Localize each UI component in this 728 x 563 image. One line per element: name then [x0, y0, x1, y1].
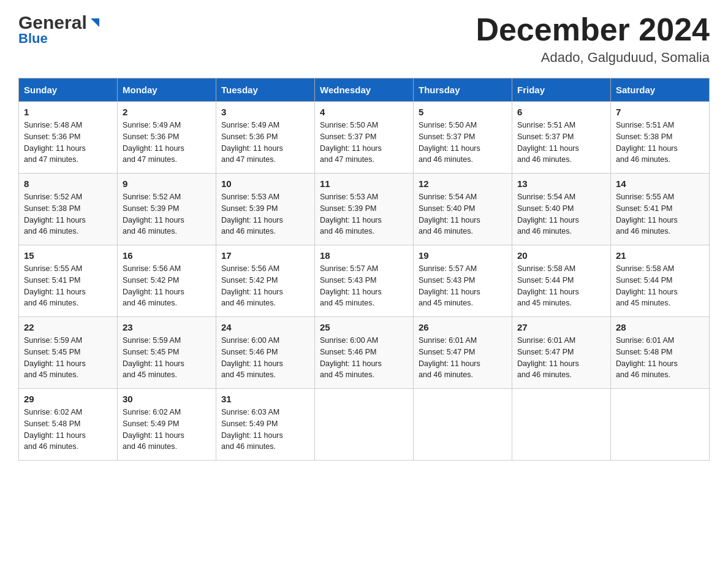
day-number: 11: [320, 178, 408, 189]
calendar-cell: 7 Sunrise: 5:51 AMSunset: 5:38 PMDayligh…: [611, 102, 710, 174]
day-number: 28: [616, 322, 704, 332]
calendar-cell: 3 Sunrise: 5:49 AMSunset: 5:36 PMDayligh…: [216, 102, 315, 174]
day-number: 1: [24, 107, 112, 117]
day-number: 20: [517, 250, 605, 261]
day-info: Sunrise: 5:50 AMSunset: 5:37 PMDaylight:…: [320, 121, 382, 164]
calendar-cell: 19 Sunrise: 5:57 AMSunset: 5:43 PMDaylig…: [414, 245, 512, 317]
day-info: Sunrise: 5:55 AMSunset: 5:41 PMDaylight:…: [616, 193, 678, 236]
calendar-week-row: 8 Sunrise: 5:52 AMSunset: 5:38 PMDayligh…: [19, 174, 710, 245]
day-number: 6: [517, 107, 605, 117]
day-info: Sunrise: 6:01 AMSunset: 5:47 PMDaylight:…: [419, 336, 480, 379]
day-number: 4: [320, 107, 408, 117]
header-monday: Monday: [118, 79, 216, 102]
day-info: Sunrise: 5:52 AMSunset: 5:38 PMDaylight:…: [24, 193, 86, 236]
calendar-table: Sunday Monday Tuesday Wednesday Thursday…: [18, 78, 710, 461]
day-number: 2: [123, 107, 211, 117]
calendar-cell: 18 Sunrise: 5:57 AMSunset: 5:43 PMDaylig…: [315, 245, 414, 317]
calendar-cell: 25 Sunrise: 6:00 AMSunset: 5:46 PMDaylig…: [315, 317, 414, 389]
day-info: Sunrise: 5:54 AMSunset: 5:40 PMDaylight:…: [517, 193, 579, 236]
day-number: 17: [221, 250, 309, 261]
day-info: Sunrise: 6:01 AMSunset: 5:47 PMDaylight:…: [517, 336, 579, 379]
day-number: 31: [221, 394, 309, 404]
day-info: Sunrise: 5:58 AMSunset: 5:44 PMDaylight:…: [517, 264, 579, 307]
day-number: 3: [221, 107, 309, 117]
title-block: December 2024 Adado, Galguduud, Somalia: [476, 12, 710, 66]
calendar-cell: 30 Sunrise: 6:02 AMSunset: 5:49 PMDaylig…: [118, 389, 216, 461]
calendar-cell: 20 Sunrise: 5:58 AMSunset: 5:44 PMDaylig…: [512, 245, 611, 317]
day-number: 16: [123, 250, 211, 261]
calendar-cell: [512, 389, 611, 461]
calendar-cell: 11 Sunrise: 5:53 AMSunset: 5:39 PMDaylig…: [315, 174, 414, 245]
day-info: Sunrise: 5:48 AMSunset: 5:36 PMDaylight:…: [24, 121, 86, 164]
day-info: Sunrise: 6:00 AMSunset: 5:46 PMDaylight:…: [221, 336, 283, 379]
calendar-cell: 17 Sunrise: 5:56 AMSunset: 5:42 PMDaylig…: [216, 245, 315, 317]
day-info: Sunrise: 5:49 AMSunset: 5:36 PMDaylight:…: [123, 121, 184, 164]
calendar-cell: 5 Sunrise: 5:50 AMSunset: 5:37 PMDayligh…: [414, 102, 512, 174]
day-number: 5: [419, 107, 507, 117]
calendar-week-row: 29 Sunrise: 6:02 AMSunset: 5:48 PMDaylig…: [19, 389, 710, 461]
day-number: 14: [616, 178, 704, 189]
day-info: Sunrise: 5:50 AMSunset: 5:37 PMDaylight:…: [419, 121, 480, 164]
calendar-week-row: 15 Sunrise: 5:55 AMSunset: 5:41 PMDaylig…: [19, 245, 710, 317]
month-year-title: December 2024: [476, 12, 710, 47]
calendar-cell: 31 Sunrise: 6:03 AMSunset: 5:49 PMDaylig…: [216, 389, 315, 461]
logo-triangle-icon: [88, 16, 102, 29]
calendar-cell: 15 Sunrise: 5:55 AMSunset: 5:41 PMDaylig…: [19, 245, 118, 317]
header-wednesday: Wednesday: [315, 79, 414, 102]
calendar-cell: 28 Sunrise: 6:01 AMSunset: 5:48 PMDaylig…: [611, 317, 710, 389]
calendar-cell: 26 Sunrise: 6:01 AMSunset: 5:47 PMDaylig…: [414, 317, 512, 389]
day-info: Sunrise: 5:57 AMSunset: 5:43 PMDaylight:…: [419, 264, 480, 307]
calendar-cell: 12 Sunrise: 5:54 AMSunset: 5:40 PMDaylig…: [414, 174, 512, 245]
day-info: Sunrise: 6:00 AMSunset: 5:46 PMDaylight:…: [320, 336, 382, 379]
day-number: 25: [320, 322, 408, 332]
calendar-week-row: 1 Sunrise: 5:48 AMSunset: 5:36 PMDayligh…: [19, 102, 710, 174]
calendar-cell: 13 Sunrise: 5:54 AMSunset: 5:40 PMDaylig…: [512, 174, 611, 245]
day-number: 9: [123, 178, 211, 189]
calendar-cell: 6 Sunrise: 5:51 AMSunset: 5:37 PMDayligh…: [512, 102, 611, 174]
day-info: Sunrise: 5:52 AMSunset: 5:39 PMDaylight:…: [123, 193, 184, 236]
header-sunday: Sunday: [19, 79, 118, 102]
day-info: Sunrise: 5:53 AMSunset: 5:39 PMDaylight:…: [221, 193, 283, 236]
day-info: Sunrise: 6:01 AMSunset: 5:48 PMDaylight:…: [616, 336, 678, 379]
calendar-cell: 27 Sunrise: 6:01 AMSunset: 5:47 PMDaylig…: [512, 317, 611, 389]
day-info: Sunrise: 5:56 AMSunset: 5:42 PMDaylight:…: [221, 264, 283, 307]
day-number: 23: [123, 322, 211, 332]
calendar-cell: 9 Sunrise: 5:52 AMSunset: 5:39 PMDayligh…: [118, 174, 216, 245]
day-number: 27: [517, 322, 605, 332]
day-number: 29: [24, 394, 112, 404]
day-number: 18: [320, 250, 408, 261]
logo: General Blue: [18, 12, 102, 47]
calendar-cell: 10 Sunrise: 5:53 AMSunset: 5:39 PMDaylig…: [216, 174, 315, 245]
day-number: 22: [24, 322, 112, 332]
logo-blue-text: Blue: [18, 31, 48, 47]
calendar-cell: 1 Sunrise: 5:48 AMSunset: 5:36 PMDayligh…: [19, 102, 118, 174]
header-friday: Friday: [512, 79, 611, 102]
calendar-cell: 2 Sunrise: 5:49 AMSunset: 5:36 PMDayligh…: [118, 102, 216, 174]
day-info: Sunrise: 5:54 AMSunset: 5:40 PMDaylight:…: [419, 193, 480, 236]
day-number: 30: [123, 394, 211, 404]
day-info: Sunrise: 5:57 AMSunset: 5:43 PMDaylight:…: [320, 264, 382, 307]
day-info: Sunrise: 6:03 AMSunset: 5:49 PMDaylight:…: [221, 408, 283, 451]
calendar-cell: 29 Sunrise: 6:02 AMSunset: 5:48 PMDaylig…: [19, 389, 118, 461]
calendar-cell: 8 Sunrise: 5:52 AMSunset: 5:38 PMDayligh…: [19, 174, 118, 245]
day-number: 7: [616, 107, 704, 117]
calendar-cell: 23 Sunrise: 5:59 AMSunset: 5:45 PMDaylig…: [118, 317, 216, 389]
calendar-week-row: 22 Sunrise: 5:59 AMSunset: 5:45 PMDaylig…: [19, 317, 710, 389]
logo-general-text: General: [18, 12, 87, 33]
day-number: 15: [24, 250, 112, 261]
day-info: Sunrise: 5:49 AMSunset: 5:36 PMDaylight:…: [221, 121, 283, 164]
day-info: Sunrise: 5:59 AMSunset: 5:45 PMDaylight:…: [123, 336, 184, 379]
calendar-cell: [315, 389, 414, 461]
calendar-cell: 24 Sunrise: 6:00 AMSunset: 5:46 PMDaylig…: [216, 317, 315, 389]
calendar-cell: 21 Sunrise: 5:58 AMSunset: 5:44 PMDaylig…: [611, 245, 710, 317]
day-info: Sunrise: 6:02 AMSunset: 5:49 PMDaylight:…: [123, 408, 184, 451]
calendar-cell: 14 Sunrise: 5:55 AMSunset: 5:41 PMDaylig…: [611, 174, 710, 245]
day-number: 24: [221, 322, 309, 332]
svg-marker-0: [91, 18, 99, 27]
day-number: 26: [419, 322, 507, 332]
day-number: 13: [517, 178, 605, 189]
day-number: 21: [616, 250, 704, 261]
header-saturday: Saturday: [611, 79, 710, 102]
day-number: 19: [419, 250, 507, 261]
page-header: General Blue December 2024 Adado, Galgud…: [18, 12, 710, 66]
